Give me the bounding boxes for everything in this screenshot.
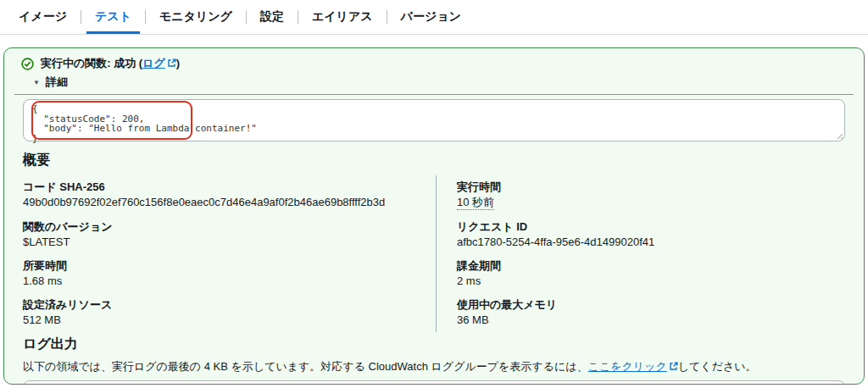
field-code-sha256: コード SHA-256 49b0d0b97692f02ef760c156f8e0… bbox=[23, 175, 436, 215]
function-tabbar: イメージ テスト モニタリング 設定 エイリアス バージョン bbox=[0, 0, 868, 35]
field-request-id: リクエスト ID afbc1780-5254-4ffa-95e6-4d14990… bbox=[436, 215, 845, 254]
field-label: 関数のバージョン bbox=[23, 219, 436, 234]
check-circle-icon bbox=[21, 58, 34, 70]
execution-status-text: 実行中の関数: 成功 (ログ) bbox=[41, 56, 180, 71]
summary-title: 概要 bbox=[23, 152, 845, 169]
log-link[interactable]: ログ bbox=[142, 57, 165, 69]
tab-separator bbox=[298, 10, 298, 24]
tab-aliases[interactable]: エイリアス bbox=[303, 0, 381, 34]
field-max-memory-used: 使用中の最大メモリ 36 MB bbox=[436, 293, 845, 332]
log-output-description: 以下の領域では、実行ログの最後の 4 KB を示しています。対応する Cloud… bbox=[23, 360, 845, 374]
field-value: 1.68 ms bbox=[23, 274, 436, 288]
log-output-box[interactable]: START RequestId: afbc1780-5254-4ffa-95e6… bbox=[23, 380, 845, 385]
external-link-icon bbox=[167, 58, 176, 70]
response-json: { "statusCode": 200, "body": "Hello from… bbox=[32, 104, 836, 143]
field-label: 課金期間 bbox=[457, 258, 845, 273]
field-label: 設定済みリソース bbox=[23, 297, 436, 312]
field-value: 512 MB bbox=[23, 313, 436, 327]
field-label: リクエスト ID bbox=[457, 219, 845, 234]
field-value: afbc1780-5254-4ffa-95e6-4d1499020f41 bbox=[457, 235, 845, 249]
resize-handle[interactable] bbox=[835, 131, 843, 139]
field-value: 49b0d0b97692f02ef760c156f8e0eaec0c7d46e4… bbox=[23, 195, 436, 209]
log-output-title: ログ出力 bbox=[23, 335, 845, 353]
tab-image[interactable]: イメージ bbox=[10, 0, 75, 34]
banner-content: { "statusCode": 200, "body": "Hello from… bbox=[4, 95, 864, 385]
field-value: 36 MB bbox=[457, 313, 845, 327]
tab-test[interactable]: テスト bbox=[86, 0, 140, 34]
success-banner: 実行中の関数: 成功 (ログ) ▼ 詳細 { "statusCode": 200… bbox=[3, 47, 865, 385]
field-label: 所要時間 bbox=[23, 258, 436, 273]
tab-monitoring[interactable]: モニタリング bbox=[151, 0, 241, 34]
field-value: 2 ms bbox=[457, 274, 845, 288]
field-duration: 所要時間 1.68 ms bbox=[23, 254, 436, 293]
field-label: コード SHA-256 bbox=[23, 180, 436, 194]
banner-header: 実行中の関数: 成功 (ログ) bbox=[4, 48, 864, 71]
field-label: 使用中の最大メモリ bbox=[457, 297, 845, 312]
tab-settings[interactable]: 設定 bbox=[252, 0, 292, 34]
field-label: 実行時間 bbox=[457, 180, 845, 194]
summary-grid: コード SHA-256 49b0d0b97692f02ef760c156f8e0… bbox=[23, 175, 845, 332]
field-value: $LATEST bbox=[23, 235, 436, 249]
response-code-box[interactable]: { "statusCode": 200, "body": "Hello from… bbox=[23, 99, 845, 141]
tab-separator bbox=[145, 10, 146, 24]
details-label: 詳細 bbox=[46, 75, 68, 90]
field-billed-duration: 課金期間 2 ms bbox=[436, 254, 845, 293]
field-function-version: 関数のバージョン $LATEST bbox=[23, 215, 436, 254]
tab-separator bbox=[387, 10, 387, 24]
tab-separator bbox=[246, 10, 247, 24]
field-resources-configured: 設定済みリソース 512 MB bbox=[23, 293, 436, 332]
cloudwatch-link[interactable]: ここをクリック bbox=[588, 360, 667, 373]
tab-separator bbox=[81, 10, 81, 24]
caret-down-icon: ▼ bbox=[33, 79, 40, 86]
field-value-tooltip[interactable]: 10 秒前 bbox=[457, 195, 494, 210]
tab-versions[interactable]: バージョン bbox=[392, 0, 470, 34]
external-link-icon bbox=[669, 361, 678, 374]
field-execution-time: 実行時間 10 秒前 bbox=[436, 175, 845, 215]
details-expander[interactable]: ▼ 詳細 bbox=[4, 75, 864, 90]
